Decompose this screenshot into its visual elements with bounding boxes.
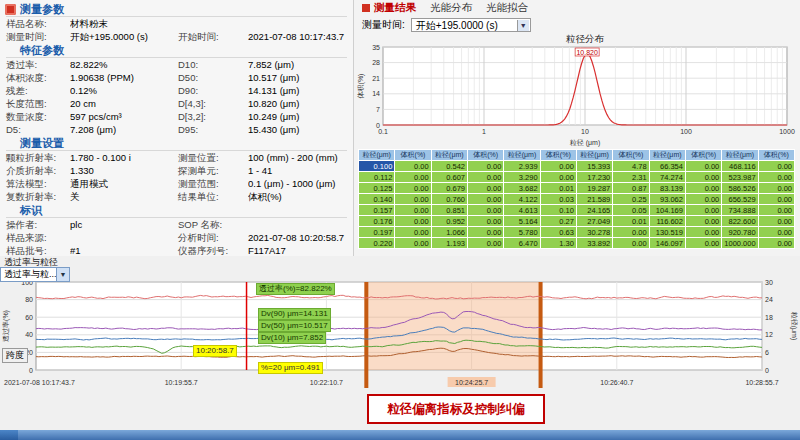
table-cell[interactable]: 0.00	[685, 227, 721, 238]
table-cell[interactable]: 83.139	[649, 183, 685, 194]
table-cell[interactable]: 0.00	[395, 227, 431, 238]
table-cell[interactable]: 30.278	[576, 227, 612, 238]
table-cell[interactable]: 5.780	[504, 227, 540, 238]
table-cell[interactable]: 0.220	[359, 238, 395, 249]
table-cell[interactable]: 21.589	[576, 194, 612, 205]
table-cell[interactable]: 0.00	[467, 238, 503, 249]
taskbar-start-button[interactable]	[0, 430, 18, 440]
table-cell[interactable]: 1.193	[431, 238, 467, 249]
table-cell[interactable]: 0.100	[359, 161, 395, 172]
table-cell[interactable]: 0.00	[395, 161, 431, 172]
table-cell[interactable]: 0.00	[685, 194, 721, 205]
table-cell[interactable]: 33.892	[576, 238, 612, 249]
table-cell[interactable]: 0.25	[613, 194, 649, 205]
table-cell[interactable]: 0.00	[395, 238, 431, 249]
table-cell[interactable]: 0.00	[540, 172, 576, 183]
table-cell[interactable]: 0.00	[758, 227, 794, 238]
table-cell[interactable]: 0.00	[685, 161, 721, 172]
table-cell[interactable]: 0.00	[467, 216, 503, 227]
table-cell[interactable]: 4.613	[504, 205, 540, 216]
table-cell[interactable]: 104.169	[649, 205, 685, 216]
chevron-down-icon[interactable]: ▼	[56, 268, 69, 281]
table-cell[interactable]: 0.00	[758, 183, 794, 194]
table-cell[interactable]: 17.230	[576, 172, 612, 183]
table-cell[interactable]: 5.164	[504, 216, 540, 227]
table-cell[interactable]: 0.952	[431, 216, 467, 227]
table-cell[interactable]: 0.00	[467, 172, 503, 183]
table-cell[interactable]: 130.519	[649, 227, 685, 238]
table-cell[interactable]: 0.00	[540, 161, 576, 172]
table-cell[interactable]: 0.00	[395, 216, 431, 227]
table-cell[interactable]: 27.049	[576, 216, 612, 227]
table-cell[interactable]: 0.542	[431, 161, 467, 172]
table-cell[interactable]: 0.125	[359, 183, 395, 194]
table-cell[interactable]: 0.157	[359, 205, 395, 216]
measure-time-select[interactable]: 开始+195.0000 (s) ▼	[411, 18, 531, 32]
table-cell[interactable]: 0.607	[431, 172, 467, 183]
span-button[interactable]: 跨度	[2, 348, 28, 363]
table-cell[interactable]: 0.03	[540, 194, 576, 205]
table-cell[interactable]: 2.31	[613, 172, 649, 183]
table-cell[interactable]: 116.602	[649, 216, 685, 227]
trend-view-combo[interactable]: 透过率与粒... ▼	[0, 267, 70, 282]
table-cell[interactable]: 920.780	[722, 227, 758, 238]
table-cell[interactable]: 0.00	[467, 161, 503, 172]
table-cell[interactable]: 468.116	[722, 161, 758, 172]
tab-light-energy-distribution[interactable]: 光能分布	[430, 1, 472, 15]
table-cell[interactable]: 523.987	[722, 172, 758, 183]
table-cell[interactable]: 0.140	[359, 194, 395, 205]
table-cell[interactable]: 0.00	[395, 194, 431, 205]
table-cell[interactable]: 6.470	[504, 238, 540, 249]
table-cell[interactable]: 0.00	[685, 238, 721, 249]
table-cell[interactable]: 1.066	[431, 227, 467, 238]
table-cell[interactable]: 0.00	[685, 216, 721, 227]
table-cell[interactable]: 0.851	[431, 205, 467, 216]
table-cell[interactable]: 74.274	[649, 172, 685, 183]
table-cell[interactable]: 0.10	[540, 205, 576, 216]
table-cell[interactable]: 3.682	[504, 183, 540, 194]
table-cell[interactable]: 734.888	[722, 205, 758, 216]
table-cell[interactable]: 0.00	[395, 205, 431, 216]
table-cell[interactable]: 0.00	[685, 172, 721, 183]
table-cell[interactable]: 0.00	[685, 183, 721, 194]
table-cell[interactable]: 1000.000	[722, 238, 758, 249]
taskbar[interactable]	[0, 430, 800, 440]
table-cell[interactable]: 0.00	[758, 194, 794, 205]
table-cell[interactable]: 0.00	[758, 216, 794, 227]
table-cell[interactable]: 0.00	[467, 227, 503, 238]
table-cell[interactable]: 0.112	[359, 172, 395, 183]
table-cell[interactable]: 586.526	[722, 183, 758, 194]
table-cell[interactable]: 0.63	[540, 227, 576, 238]
table-cell[interactable]: 0.00	[758, 205, 794, 216]
table-cell[interactable]: 0.27	[540, 216, 576, 227]
table-cell[interactable]: 0.00	[685, 205, 721, 216]
table-cell[interactable]: 0.01	[613, 216, 649, 227]
table-cell[interactable]: 4.122	[504, 194, 540, 205]
chevron-down-icon[interactable]: ▼	[517, 20, 529, 31]
table-cell[interactable]: 0.00	[758, 172, 794, 183]
table-cell[interactable]: 0.00	[758, 238, 794, 249]
table-cell[interactable]: 2.939	[504, 161, 540, 172]
table-cell[interactable]: 3.290	[504, 172, 540, 183]
table-cell[interactable]: 0.00	[467, 194, 503, 205]
table-cell[interactable]: 0.01	[540, 183, 576, 194]
table-cell[interactable]: 4.78	[613, 161, 649, 172]
table-cell[interactable]: 0.05	[613, 205, 649, 216]
table-cell[interactable]: 0.00	[613, 238, 649, 249]
table-cell[interactable]: 0.176	[359, 216, 395, 227]
table-cell[interactable]: 0.679	[431, 183, 467, 194]
table-cell[interactable]: 0.87	[613, 183, 649, 194]
table-cell[interactable]: 19.287	[576, 183, 612, 194]
table-cell[interactable]: 656.529	[722, 194, 758, 205]
table-cell[interactable]: 66.354	[649, 161, 685, 172]
table-cell[interactable]: 93.062	[649, 194, 685, 205]
table-cell[interactable]: 0.00	[395, 183, 431, 194]
table-cell[interactable]: 0.00	[613, 227, 649, 238]
table-cell[interactable]: 822.600	[722, 216, 758, 227]
table-cell[interactable]: 1.30	[540, 238, 576, 249]
table-cell[interactable]: 0.00	[467, 205, 503, 216]
table-cell[interactable]: 0.00	[467, 183, 503, 194]
table-cell[interactable]: 146.097	[649, 238, 685, 249]
table-cell[interactable]: 0.760	[431, 194, 467, 205]
table-cell[interactable]: 0.00	[395, 172, 431, 183]
